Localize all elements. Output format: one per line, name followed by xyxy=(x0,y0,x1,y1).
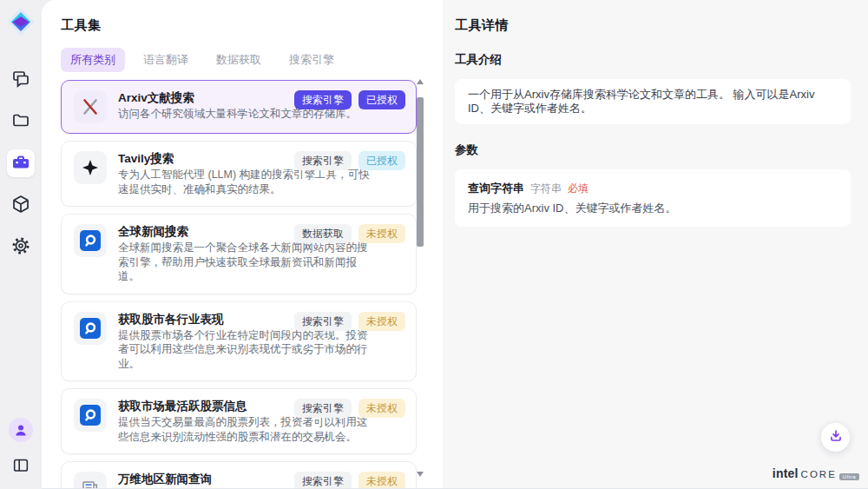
core-series-text: CORE xyxy=(801,469,837,479)
tool-card-tavily[interactable]: Tavily搜索 专为人工智能代理 (LLM) 构建的搜索引擎工具，可快速提供实… xyxy=(61,141,417,207)
app-logo xyxy=(6,7,36,36)
scrollbar-thumb[interactable] xyxy=(417,97,424,247)
category-badge: 搜索引擎 xyxy=(294,151,352,170)
nav-settings-button[interactable] xyxy=(7,233,35,261)
auth-status-badge: 未授权 xyxy=(358,224,405,243)
tab-data-fetch[interactable]: 数据获取 xyxy=(207,48,271,72)
parameter-type: 字符串 xyxy=(530,182,562,196)
tab-language-translation[interactable]: 语言翻译 xyxy=(134,48,198,72)
avatar xyxy=(9,418,33,442)
auth-status-badge: 未授权 xyxy=(358,472,405,489)
q-search-logo-icon xyxy=(74,399,107,432)
download-icon xyxy=(827,427,845,447)
user-avatar-button[interactable] xyxy=(7,421,35,449)
arxiv-logo-icon xyxy=(74,90,107,123)
page-title: 工具集 xyxy=(61,17,443,34)
parameter-description: 用于搜索的Arxiv ID、关键字或作者姓名。 xyxy=(468,202,838,215)
scroll-down-arrow[interactable] xyxy=(417,471,424,478)
category-badge: 数据获取 xyxy=(294,224,352,243)
tool-card-regional-news[interactable]: 万维地区新闻查询 查询具体行政区划内的新闻，快速了解各地新闻动 搜索引擎 未授权 xyxy=(61,461,417,489)
category-badge: 搜索引擎 xyxy=(294,472,352,489)
tool-card-description: 提供当天交易量最高的股票列表，投资者可以利用这些信息来识别流动性强的股票和潜在的… xyxy=(118,415,372,444)
tab-all-categories[interactable]: 所有类别 xyxy=(61,48,125,72)
auth-status-badge: 未授权 xyxy=(358,399,405,418)
category-badge: 搜索引擎 xyxy=(294,90,352,109)
tab-search-engine[interactable]: 搜索引擎 xyxy=(279,48,344,72)
nav-tools-button[interactable] xyxy=(7,149,35,177)
cube-icon xyxy=(10,194,31,217)
list-scrollbar[interactable] xyxy=(417,78,424,478)
tool-card-description: 提供股票市场各个行业在特定时间段内的表现。投资者可以利用这些信息来识别表现优于或… xyxy=(118,328,372,372)
q-search-logo-icon xyxy=(74,224,107,257)
toolbox-icon xyxy=(10,152,31,175)
folder-icon xyxy=(10,110,31,134)
tool-card-active-stocks[interactable]: 获取市场最活跃股票信息 提供当天交易量最高的股票列表，投资者可以利用这些信息来识… xyxy=(61,388,417,454)
tool-card-arxiv[interactable]: Arxiv文献搜索 访问各个研究领域大量科学论文和文章的存储库。 搜索引擎 已授… xyxy=(61,80,417,134)
app-window: 工具集 所有类别 语言翻译 数据获取 搜索引擎 A xyxy=(0,0,868,489)
tool-intro-box: 一个用于从Arxiv存储库搜索科学论文和文章的工具。 输入可以是Arxiv ID… xyxy=(455,79,851,124)
q-search-logo-icon xyxy=(74,312,107,345)
tool-card-list: Arxiv文献搜索 访问各个研究领域大量科学论文和文章的存储库。 搜索引擎 已授… xyxy=(61,80,417,489)
chat-icon xyxy=(10,69,31,92)
params-heading: 参数 xyxy=(455,142,851,158)
intel-brand-text: intel xyxy=(773,466,799,480)
tool-card-global-news[interactable]: 全球新闻搜索 全球新闻搜索是一个聚合全球各大新闻网站内容的搜索引擎，帮助用户快速… xyxy=(61,214,417,294)
tool-detail-pane: 工具详情 工具介绍 一个用于从Arxiv存储库搜索科学论文和文章的工具。 输入可… xyxy=(443,0,868,488)
nav-files-button[interactable] xyxy=(7,108,35,135)
category-badge: 搜索引擎 xyxy=(294,399,352,418)
layout-panel-icon xyxy=(11,456,30,478)
parameter-name: 查询字符串 xyxy=(468,181,524,196)
detail-title: 工具详情 xyxy=(455,17,851,34)
auth-status-badge: 已授权 xyxy=(358,90,405,109)
scroll-up-arrow[interactable] xyxy=(417,78,424,85)
category-badge: 搜索引擎 xyxy=(294,312,352,331)
tool-card-sector-performance[interactable]: 获取股市各行业表现 提供股票市场各个行业在特定时间段内的表现。投资者可以利用这些… xyxy=(61,301,417,382)
auth-status-badge: 已授权 xyxy=(358,151,405,170)
category-tabs: 所有类别 语言翻译 数据获取 搜索引擎 xyxy=(61,48,443,72)
diamond-logo-icon xyxy=(6,7,36,36)
tool-card-description: 全球新闻搜索是一个聚合全球各大新闻网站内容的搜索引擎，帮助用户快速获取全球最新资… xyxy=(118,241,372,284)
download-button[interactable] xyxy=(821,423,850,452)
tavily-star-logo-icon xyxy=(74,151,107,184)
intel-core-logo: intel CORE Ultra xyxy=(773,466,859,480)
nav-chat-button[interactable] xyxy=(7,66,35,94)
auth-status-badge: 未授权 xyxy=(358,312,405,331)
newspaper-logo-icon xyxy=(74,472,107,489)
panel-toggle-button[interactable] xyxy=(7,453,35,480)
person-icon xyxy=(13,422,29,438)
parameter-box: 查询字符串 字符串 必填 用于搜索的Arxiv ID、关键字或作者姓名。 xyxy=(455,169,851,227)
gear-icon xyxy=(10,235,31,259)
main-content: 工具集 所有类别 语言翻译 数据获取 搜索引擎 A xyxy=(42,0,868,489)
nav-models-button[interactable] xyxy=(7,191,35,219)
app-sidebar xyxy=(0,0,42,489)
tool-list-pane: 工具集 所有类别 语言翻译 数据获取 搜索引擎 A xyxy=(42,0,443,488)
tool-card-description: 专为人工智能代理 (LLM) 构建的搜索引擎工具，可快速提供实时、准确和真实的结… xyxy=(118,168,372,196)
ultra-tier-badge: Ultra xyxy=(839,473,859,480)
intro-heading: 工具介绍 xyxy=(455,52,851,68)
parameter-required-flag: 必填 xyxy=(568,182,589,196)
